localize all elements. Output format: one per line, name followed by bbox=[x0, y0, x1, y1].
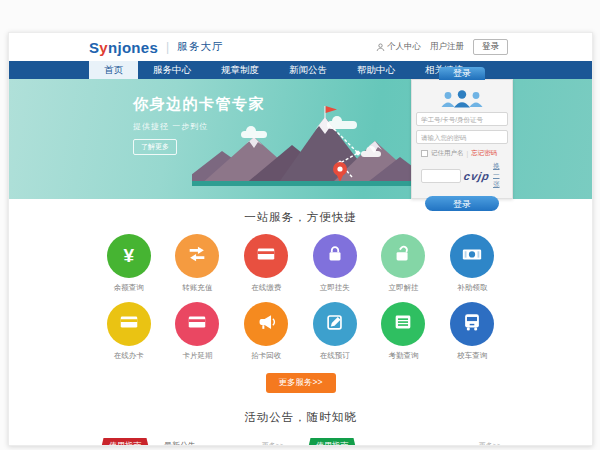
login-tab[interactable]: 登录 bbox=[439, 67, 485, 80]
services-grid: ¥余额查询转账充值在线缴费立即挂失立即解挂补助领取在线办卡卡片延期拾卡回收在线预… bbox=[95, 234, 507, 361]
tab-usage-guide-left[interactable]: 使用指南 bbox=[100, 438, 150, 446]
service-circle[interactable] bbox=[313, 302, 357, 346]
service-label: 在线预订 bbox=[300, 351, 369, 361]
username-input[interactable] bbox=[416, 112, 508, 126]
list-icon bbox=[392, 311, 414, 337]
main-nav: 首页服务中心规章制度新闻公告帮助中心相关链接 bbox=[9, 61, 592, 79]
captcha-input[interactable] bbox=[421, 169, 461, 183]
service-circle[interactable] bbox=[450, 302, 494, 346]
service-item-7[interactable]: 卡片延期 bbox=[163, 302, 232, 361]
service-label: 余额查询 bbox=[95, 283, 164, 293]
banner-more-button[interactable]: 了解更多 bbox=[133, 139, 177, 155]
service-item-3[interactable]: 立即挂失 bbox=[300, 234, 369, 293]
service-label: 转账充值 bbox=[163, 283, 232, 293]
card-icon bbox=[186, 311, 208, 337]
service-label: 立即挂失 bbox=[300, 283, 369, 293]
cloud-icon bbox=[327, 121, 357, 129]
banknote-icon bbox=[461, 243, 483, 269]
service-item-10[interactable]: 考勤查询 bbox=[369, 302, 438, 361]
announcement-box-right: 使用指南 更多>> bbox=[295, 438, 505, 446]
yen-icon: ¥ bbox=[124, 245, 135, 267]
service-circle[interactable] bbox=[381, 234, 425, 278]
service-item-2[interactable]: 在线缴费 bbox=[232, 234, 301, 293]
edit-icon bbox=[324, 311, 346, 337]
more-link-left[interactable]: 更多>> bbox=[262, 441, 284, 447]
captcha-refresh-link[interactable]: 换一张 bbox=[493, 162, 503, 189]
card-icon bbox=[255, 243, 277, 269]
synjones-logo[interactable]: Synjones bbox=[89, 39, 158, 56]
login-panel: 登录 记住用户名 | 忘记密码 cvjp 换一张 登录 bbox=[411, 79, 513, 199]
transfer-arrows-icon bbox=[186, 243, 208, 269]
header-divider: | bbox=[166, 40, 169, 54]
service-circle[interactable] bbox=[381, 302, 425, 346]
service-label: 卡片延期 bbox=[163, 351, 232, 361]
nav-item-1[interactable]: 服务中心 bbox=[138, 61, 206, 79]
announcement-tabs: 使用指南 最新公告 更多>> 使用指南 更多>> bbox=[88, 438, 511, 446]
banner-title: 你身边的卡管专家 bbox=[133, 95, 265, 114]
banner-subtitle: 提供捷径 一步到位 bbox=[133, 121, 265, 132]
captcha-image[interactable]: cvjp bbox=[463, 170, 491, 182]
lock-icon bbox=[324, 243, 346, 269]
nav-item-0[interactable]: 首页 bbox=[89, 61, 138, 79]
text-divider: | bbox=[467, 150, 469, 157]
service-label: 拾卡回收 bbox=[232, 351, 301, 361]
banner-copy: 你身边的卡管专家 提供捷径 一步到位 了解更多 bbox=[133, 95, 265, 155]
service-item-0[interactable]: ¥余额查询 bbox=[95, 234, 164, 293]
personal-center-label: 个人中心 bbox=[387, 41, 421, 53]
service-item-8[interactable]: 拾卡回收 bbox=[232, 302, 301, 361]
service-circle[interactable] bbox=[450, 234, 494, 278]
header-actions: 个人中心 用户注册 登录 bbox=[376, 39, 508, 55]
tab-latest-notices[interactable]: 最新公告 bbox=[164, 440, 196, 446]
header-login-button[interactable]: 登录 bbox=[473, 39, 508, 55]
service-item-6[interactable]: 在线办卡 bbox=[95, 302, 164, 361]
service-circle[interactable]: ¥ bbox=[107, 234, 151, 278]
service-circle[interactable] bbox=[175, 302, 219, 346]
logo-part: njones bbox=[108, 39, 158, 56]
service-item-5[interactable]: 补助领取 bbox=[438, 234, 507, 293]
captcha-row: cvjp 换一张 bbox=[421, 162, 503, 189]
service-circle[interactable] bbox=[244, 302, 288, 346]
forgot-password-link[interactable]: 忘记密码 bbox=[471, 149, 497, 158]
top-header: Synjones | 服务大厅 个人中心 用户注册 登录 bbox=[9, 33, 592, 61]
unlock-icon bbox=[392, 243, 414, 269]
password-input[interactable] bbox=[416, 130, 508, 144]
service-circle[interactable] bbox=[244, 234, 288, 278]
more-link-right[interactable]: 更多>> bbox=[479, 441, 501, 447]
remember-label: 记住用户名 bbox=[431, 149, 464, 158]
service-label: 校车查询 bbox=[438, 351, 507, 361]
nav-item-2[interactable]: 规章制度 bbox=[206, 61, 274, 79]
megaphone-icon bbox=[255, 311, 277, 337]
logo-part: S bbox=[89, 39, 99, 56]
service-item-11[interactable]: 校车查询 bbox=[438, 302, 507, 361]
service-item-4[interactable]: 立即解挂 bbox=[369, 234, 438, 293]
tab-usage-guide-right[interactable]: 使用指南 bbox=[307, 438, 357, 446]
remember-row: 记住用户名 | 忘记密码 bbox=[421, 149, 503, 158]
announcement-box-left: 使用指南 最新公告 更多>> bbox=[88, 438, 288, 446]
portal-page: Synjones | 服务大厅 个人中心 用户注册 登录 首页服务中心规章制度新… bbox=[8, 32, 593, 446]
users-group-icon bbox=[439, 89, 485, 108]
service-label: 在线办卡 bbox=[95, 351, 164, 361]
nav-item-3[interactable]: 新闻公告 bbox=[274, 61, 342, 79]
service-label: 在线缴费 bbox=[232, 283, 301, 293]
more-services-button[interactable]: 更多服务>> bbox=[266, 373, 336, 393]
service-circle[interactable] bbox=[313, 234, 357, 278]
login-submit-button[interactable]: 登录 bbox=[425, 196, 499, 211]
personal-center-link[interactable]: 个人中心 bbox=[376, 41, 421, 53]
logo-accent: y bbox=[99, 39, 108, 56]
nav-item-4[interactable]: 帮助中心 bbox=[342, 61, 410, 79]
service-label: 立即解挂 bbox=[369, 283, 438, 293]
user-icon bbox=[376, 43, 385, 52]
service-circle[interactable] bbox=[175, 234, 219, 278]
card-icon bbox=[118, 311, 140, 337]
service-label: 考勤查询 bbox=[369, 351, 438, 361]
site-name: 服务大厅 bbox=[177, 40, 223, 54]
service-item-1[interactable]: 转账充值 bbox=[163, 234, 232, 293]
announcements-section-title: 活动公告，随时知晓 bbox=[9, 410, 592, 425]
cloud-icon bbox=[361, 151, 381, 157]
service-label: 补助领取 bbox=[438, 283, 507, 293]
register-link[interactable]: 用户注册 bbox=[430, 41, 464, 53]
remember-checkbox[interactable] bbox=[421, 150, 428, 157]
service-item-9[interactable]: 在线预订 bbox=[300, 302, 369, 361]
services-section-title: 一站服务，方便快捷 bbox=[9, 210, 592, 225]
service-circle[interactable] bbox=[107, 302, 151, 346]
